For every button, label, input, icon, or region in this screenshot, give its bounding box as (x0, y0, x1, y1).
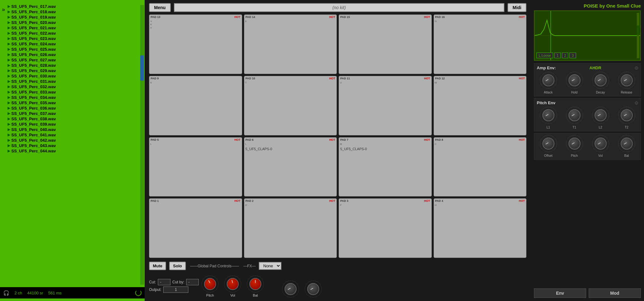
pad-pad-4[interactable]: PAD 4 HOT H (434, 198, 527, 258)
pad-pad-2[interactable]: PAD 2 HOT O (244, 198, 337, 258)
fx-knob2[interactable] (305, 281, 321, 297)
bal-knob[interactable] (247, 276, 264, 292)
l2-knob[interactable] (592, 107, 609, 123)
play-icon: ▶ (8, 31, 10, 35)
file-item[interactable]: ▶SS_UF5_Perc_021.wav (7, 25, 138, 31)
pad-label: PAD 16 (435, 15, 445, 19)
file-item[interactable]: ▶SS_UF5_Perc_032.wav (7, 84, 138, 89)
waveform-loose-btn[interactable]: L.Loose (536, 53, 553, 58)
file-item[interactable]: ▶SS_UF5_Perc_044.wav (7, 148, 138, 154)
attack-label: Attack (544, 91, 553, 94)
attack-knob[interactable] (540, 72, 557, 88)
file-item[interactable]: ▶SS_UF5_Perc_043.wav (7, 143, 138, 148)
file-list-scrollbar-thumb[interactable] (140, 55, 144, 81)
cut-by-input[interactable] (186, 279, 199, 285)
pad-pad-14[interactable]: PAD 14 HOT 6 (244, 14, 337, 74)
duration: 561 ms (48, 291, 62, 295)
pad-pad-5[interactable]: PAD 5 HOT L (149, 137, 242, 197)
release-knob[interactable] (619, 72, 635, 88)
menu-button[interactable]: Menu (149, 3, 171, 12)
file-item[interactable]: ▶SS_UF5_Perc_037.wav (7, 111, 138, 116)
l1-knob[interactable] (540, 107, 557, 123)
solo-button[interactable]: Solo (169, 262, 186, 270)
mod-tab[interactable]: Mod (589, 288, 641, 298)
file-item[interactable]: ▶SS_UF5_Perc_035.wav (7, 100, 138, 105)
file-item[interactable]: ▶SS_UF5_Perc_020.wav (7, 20, 138, 25)
bal-knob-label: Bal (253, 293, 258, 297)
file-item[interactable]: ▶SS_UF5_Perc_041.wav (7, 132, 138, 138)
pad-pad-12[interactable]: PAD 12 HOT M (434, 76, 527, 135)
file-item[interactable]: ▶SS_UF5_Perc_018.wav (7, 9, 138, 14)
decay-knob-group: Decay (592, 72, 609, 94)
play-icon: ▶ (8, 20, 10, 25)
file-item[interactable]: ▶SS_UF5_Perc_034.wav (7, 95, 138, 100)
left-panel: » ▶SS_UF5_Perc_017.wav▶SS_UF5_Perc_018.w… (0, 0, 145, 301)
right-vol-knob[interactable] (592, 135, 609, 152)
pad-pad-7[interactable]: PAD 7 HOT M 5_UF5_CLAPS-0 (339, 137, 432, 197)
vol-knob[interactable] (225, 276, 241, 292)
pad-pad-13[interactable]: PAD 13 HOT V K # (149, 14, 242, 74)
file-item[interactable]: ▶SS_UF5_Perc_031.wav (7, 79, 138, 84)
waveform-scrollbar[interactable] (637, 13, 639, 58)
pad-pad-11[interactable]: PAD 11 HOT U (339, 76, 432, 135)
file-item[interactable]: ▶SS_UF5_Perc_036.wav (7, 105, 138, 111)
waveform-btn-2[interactable]: 2 (562, 53, 568, 58)
t2-knob[interactable] (619, 107, 635, 123)
pad-pad-16[interactable]: PAD 16 HOT G (434, 14, 527, 74)
midi-button[interactable]: Midi (508, 3, 526, 12)
waveform-scrollbar-thumb[interactable] (637, 26, 639, 35)
t1-knob[interactable] (566, 107, 583, 123)
file-item[interactable]: ▶SS_UF5_Perc_029.wav (7, 68, 138, 73)
file-item[interactable]: ▶SS_UF5_Perc_033.wav (7, 89, 138, 95)
output-input[interactable] (163, 287, 188, 293)
file-item[interactable]: ▶SS_UF5_Perc_028.wav (7, 63, 138, 68)
file-item[interactable]: ▶SS_UF5_Perc_023.wav (7, 36, 138, 41)
right-pitch-knob[interactable] (566, 135, 583, 152)
file-item[interactable]: ▶SS_UF5_Perc_030.wav (7, 73, 138, 79)
pad-pad-3[interactable]: PAD 3 HOT P (339, 198, 432, 258)
offset-section: Offset Pitch Vol Bal (534, 133, 641, 160)
t1-label: T1 (573, 126, 576, 129)
hold-knob[interactable] (566, 72, 583, 88)
waveform-btn-3[interactable]: 3 (569, 53, 576, 58)
file-item[interactable]: ▶SS_UF5_Perc_024.wav (7, 41, 138, 47)
file-item[interactable]: ▶SS_UF5_Perc_038.wav (7, 116, 138, 122)
file-item[interactable]: ▶SS_UF5_Perc_025.wav (7, 47, 138, 52)
file-item[interactable]: ▶SS_UF5_Perc_042.wav (7, 138, 138, 143)
amp-env-section: Amp Env: AHDR Attack Hold Decay (534, 63, 641, 96)
l2-knob-group: L2 (592, 107, 609, 129)
fx-dropdown[interactable]: None (259, 262, 281, 270)
file-item[interactable]: ▶SS_UF5_Perc_026.wav (7, 52, 138, 57)
offset-knob-group: Offset (540, 135, 557, 157)
pad-pad-9[interactable]: PAD 9 K (149, 76, 242, 135)
file-list-scrollbar[interactable] (140, 5, 144, 285)
play-icon: ▶ (8, 63, 10, 67)
pad-pad-15[interactable]: PAD 15 HOT (339, 14, 432, 74)
collapse-arrow[interactable]: » (0, 4, 7, 286)
fx-knob1[interactable] (282, 281, 299, 297)
cut-input[interactable] (158, 279, 170, 285)
waveform-btn-1[interactable]: 1 (554, 53, 561, 58)
play-icon: ▶ (8, 144, 10, 148)
file-item[interactable]: ▶SS_UF5_Perc_039.wav (7, 122, 138, 127)
pad-pad-10[interactable]: PAD 10 HOT T (244, 76, 337, 135)
file-name: SS_UF5_Perc_038.wav (11, 116, 56, 121)
file-item[interactable]: ▶SS_UF5_Perc_027.wav (7, 57, 138, 63)
file-item[interactable]: ▶SS_UF5_Perc_022.wav (7, 31, 138, 36)
decay-knob[interactable] (592, 72, 609, 88)
pad-pad-8[interactable]: PAD 8 HOT C (434, 137, 527, 197)
vol-knob-group: Vol (225, 276, 241, 297)
file-item[interactable]: ▶SS_UF5_Perc_019.wav (7, 14, 138, 20)
kit-display: (no kit) (174, 3, 504, 12)
env-tab[interactable]: Env (534, 288, 586, 298)
file-item[interactable]: ▶SS_UF5_Perc_040.wav (7, 127, 138, 132)
pad-pad-1[interactable]: PAD 1 HOT (149, 198, 242, 258)
pad-pad-6[interactable]: PAD 6 HOT L 5_UF5_CLAPS-0 (244, 137, 337, 197)
right-bal-knob[interactable] (619, 135, 635, 152)
offset-knob[interactable] (540, 135, 557, 152)
mute-button[interactable]: Mute (149, 262, 166, 270)
file-item[interactable]: ▶SS_UF5_Perc_017.wav (7, 4, 138, 9)
pad-header: PAD 8 HOT (434, 138, 526, 142)
pitch-knob[interactable] (202, 276, 218, 292)
file-name: SS_UF5_Perc_017.wav (11, 4, 56, 9)
